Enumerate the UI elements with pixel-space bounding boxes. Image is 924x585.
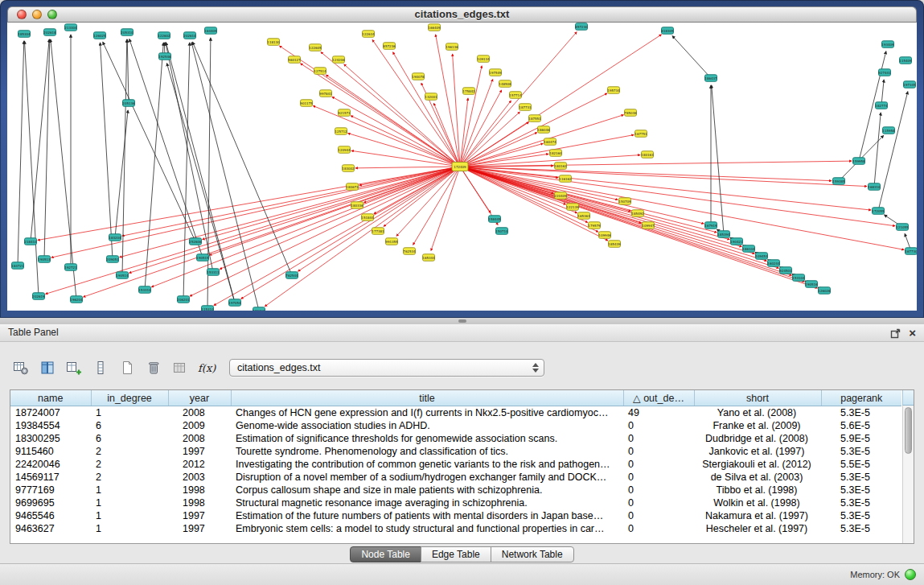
graph-node[interactable]: 197345 bbox=[903, 81, 916, 89]
graph-node[interactable]: 184721 bbox=[11, 262, 24, 270]
cell-year[interactable]: 1997 bbox=[168, 445, 231, 458]
scrollbar-thumb[interactable] bbox=[905, 407, 912, 454]
graph-node[interactable]: 109134 bbox=[477, 56, 490, 63]
graph-node[interactable]: 180162 bbox=[554, 163, 567, 170]
graph-node[interactable]: 165363 bbox=[577, 212, 590, 220]
graph-node[interactable]: 857230 bbox=[575, 23, 588, 31]
create-table-icon[interactable] bbox=[117, 359, 137, 377]
cell-out_degree[interactable]: 0 bbox=[623, 522, 694, 535]
table-row[interactable]: 1872400712008Changes of HCN gene express… bbox=[10, 406, 901, 420]
graph-node[interactable]: 187731 bbox=[519, 104, 532, 111]
cell-out_degree[interactable]: 0 bbox=[623, 458, 694, 471]
graph-node[interactable]: 150709 bbox=[618, 198, 631, 205]
cell-year[interactable]: 1998 bbox=[168, 484, 231, 496]
cell-title[interactable]: Estimation of significance thresholds fo… bbox=[231, 432, 623, 445]
cell-short[interactable]: Wolkin et al. (1998) bbox=[694, 496, 821, 509]
network-view[interactable]: 1181309601271226051275141242069011759978… bbox=[7, 23, 917, 311]
graph-node[interactable]: 190078 bbox=[412, 73, 425, 80]
show-columns-icon[interactable] bbox=[38, 359, 57, 377]
cell-out_degree[interactable]: 0 bbox=[623, 471, 694, 484]
table-row[interactable]: 946362711997Embryonic stem cells: a mode… bbox=[10, 522, 901, 535]
graph-node[interactable]: 127514 bbox=[314, 68, 326, 75]
column-header-short[interactable]: short bbox=[694, 390, 821, 406]
graph-node[interactable]: 195734 bbox=[607, 87, 620, 94]
cell-in_degree[interactable]: 6 bbox=[91, 432, 168, 445]
cell-name[interactable]: 9115460 bbox=[10, 445, 91, 458]
graph-node[interactable]: 185492 bbox=[631, 210, 644, 217]
cell-pagerank[interactable]: 5.3E-5 bbox=[821, 445, 901, 458]
cell-title[interactable]: Disruption of a novel member of a sodium… bbox=[231, 471, 623, 484]
graph-node[interactable]: 167919 bbox=[704, 222, 717, 229]
cell-name[interactable]: 9463627 bbox=[10, 522, 91, 535]
cell-title[interactable]: Investigating the contribution of common… bbox=[231, 458, 623, 471]
graph-node[interactable]: 185394 bbox=[717, 231, 730, 238]
table-row[interactable]: 946554611997Estimation of the future num… bbox=[10, 509, 901, 522]
graph-node[interactable]: 153310 bbox=[138, 286, 151, 294]
graph-hub-node[interactable]: 172409 bbox=[452, 163, 468, 171]
graph-node[interactable]: 132001 bbox=[425, 93, 437, 101]
graph-node[interactable]: 109946 bbox=[598, 232, 611, 239]
cell-out_degree[interactable]: 0 bbox=[623, 496, 694, 509]
delete-column-icon[interactable] bbox=[91, 359, 110, 377]
divider-handle-icon[interactable] bbox=[458, 319, 466, 323]
graph-node[interactable]: 202619 bbox=[32, 293, 45, 300]
cell-short[interactable]: Jankovic et al. (1997) bbox=[694, 445, 821, 458]
cell-pagerank[interactable]: 5.3E-5 bbox=[821, 406, 901, 420]
table-row[interactable]: 1456911722003Disruption of a novel membe… bbox=[10, 471, 901, 484]
graph-node[interactable]: 186437 bbox=[704, 75, 717, 82]
graph-node[interactable]: 109453 bbox=[755, 253, 768, 260]
cell-in_degree[interactable]: 1 bbox=[91, 496, 168, 509]
graph-node[interactable]: 187551 bbox=[528, 115, 541, 122]
graph-node[interactable]: 122605 bbox=[309, 44, 322, 51]
graph-node[interactable]: 209051 bbox=[106, 256, 119, 263]
cell-short[interactable]: Hescheler et al. (1997) bbox=[694, 522, 821, 535]
cell-year[interactable]: 2008 bbox=[168, 406, 231, 420]
graph-node[interactable]: 180163 bbox=[641, 151, 654, 159]
cell-pagerank[interactable]: 5.9E-5 bbox=[821, 432, 901, 445]
graph-node[interactable]: 180462 bbox=[253, 307, 265, 311]
graph-node[interactable]: 185304 bbox=[18, 31, 31, 38]
graph-node[interactable]: 220409 bbox=[554, 192, 567, 200]
graph-node[interactable]: 151844 bbox=[361, 214, 374, 221]
graph-node[interactable]: 159958 bbox=[852, 158, 865, 165]
graph-node[interactable]: 192721 bbox=[64, 264, 77, 271]
graph-node[interactable]: 148508 bbox=[499, 80, 511, 88]
graph-node[interactable]: 115409 bbox=[899, 57, 912, 64]
graph-node[interactable]: 168310 bbox=[868, 183, 881, 191]
graph-node[interactable]: 183002 bbox=[342, 165, 355, 172]
graph-node[interactable]: 190516 bbox=[805, 281, 818, 288]
column-header-year[interactable]: year bbox=[168, 390, 231, 406]
graph-node[interactable]: 202618 bbox=[43, 29, 56, 36]
cell-year[interactable]: 1997 bbox=[168, 522, 231, 535]
graph-node[interactable]: 182774 bbox=[875, 102, 888, 109]
graph-node[interactable]: 196136 bbox=[446, 43, 458, 51]
cell-pagerank[interactable]: 5.3E-5 bbox=[821, 471, 901, 484]
graph-node[interactable]: 183204 bbox=[109, 234, 121, 241]
graph-node[interactable]: 118130 bbox=[267, 39, 280, 46]
tab-node-table[interactable]: Node Table bbox=[350, 546, 421, 562]
graph-node[interactable]: 126026 bbox=[818, 287, 831, 295]
delete-table-icon[interactable] bbox=[144, 359, 163, 377]
graph-node[interactable]: 120944 bbox=[338, 146, 351, 154]
zoom-button[interactable] bbox=[47, 10, 57, 19]
cell-in_degree[interactable]: 2 bbox=[91, 445, 168, 458]
cell-short[interactable]: Stergiakouli et al. (2012) bbox=[694, 458, 821, 471]
graph-node[interactable]: 158445 bbox=[488, 216, 501, 223]
cell-name[interactable]: 22420046 bbox=[10, 458, 91, 471]
cell-short[interactable]: Dudbridge et al. (2008) bbox=[694, 432, 821, 445]
cell-year[interactable]: 1997 bbox=[168, 509, 231, 522]
graph-node[interactable]: 252606 bbox=[189, 238, 202, 245]
cell-title[interactable]: Genome-wide association studies in ADHD. bbox=[231, 419, 623, 432]
cell-title[interactable]: Changes of HCN gene expression and I(f) … bbox=[231, 406, 623, 420]
cell-pagerank[interactable]: 5.5E-5 bbox=[821, 458, 901, 471]
graph-node[interactable]: 166409 bbox=[428, 24, 441, 31]
cell-name[interactable]: 9465546 bbox=[10, 509, 91, 522]
cell-in_degree[interactable]: 2 bbox=[91, 458, 168, 471]
graph-node[interactable]: 190514 bbox=[116, 272, 129, 279]
cell-year[interactable]: 2009 bbox=[168, 419, 231, 432]
table-row[interactable]: 977716911998Corpus callosum shape and si… bbox=[10, 484, 901, 496]
graph-node[interactable]: 213304 bbox=[64, 24, 77, 31]
cell-out_degree[interactable]: 49 bbox=[623, 406, 694, 420]
cell-in_degree[interactable]: 1 bbox=[91, 406, 168, 420]
cell-pagerank[interactable]: 5.3E-5 bbox=[821, 496, 901, 509]
